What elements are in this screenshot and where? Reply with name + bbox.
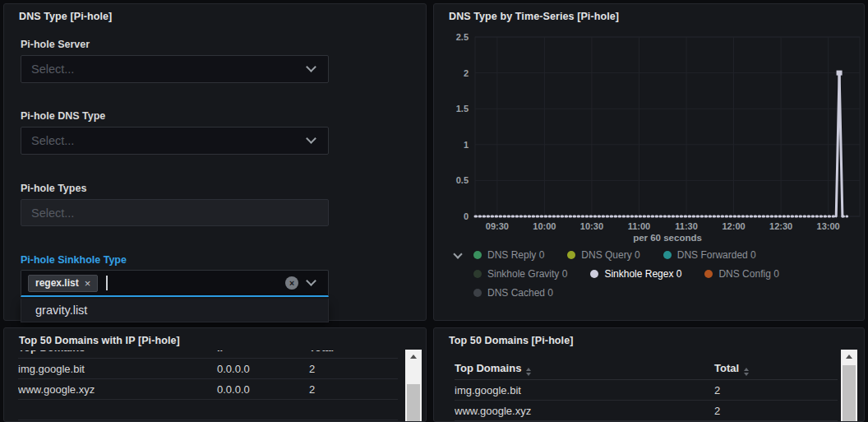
triangle-up-icon bbox=[846, 355, 852, 359]
legend-item[interactable]: DNS Cached 0 bbox=[473, 287, 553, 299]
legend-item[interactable]: Sinkhole Regex 0 bbox=[590, 268, 681, 280]
legend-series-label: Sinkhole Regex 0 bbox=[604, 268, 681, 280]
panel-title: Top 50 Domains [Pi-hole] bbox=[449, 335, 573, 346]
table-cell: www.google.xyz bbox=[18, 383, 217, 396]
timeseries-chart[interactable]: 00.511.522.509:3010:0010:3011:0011:3012:… bbox=[444, 29, 865, 244]
table-row: img.google.bit0.0.0.02 bbox=[18, 359, 398, 379]
panel-title: DNS Type [Pi-hole] bbox=[19, 11, 112, 22]
tag-remove-icon[interactable]: × bbox=[85, 277, 91, 290]
svg-text:10:00: 10:00 bbox=[533, 221, 556, 231]
svg-text:0.5: 0.5 bbox=[456, 175, 469, 185]
legend-item[interactable]: DNS Config 0 bbox=[704, 268, 778, 280]
pihole-dns-type-label: Pi-hole DNS Type bbox=[21, 110, 105, 122]
sort-icon[interactable] bbox=[744, 368, 749, 376]
panel-top-domains-ip: Top 50 Domains with IP [Pi-hole] Top Dom… bbox=[3, 327, 427, 422]
empty-row bbox=[18, 400, 398, 420]
pihole-types-input[interactable]: Select... bbox=[21, 199, 329, 226]
svg-text:13:00: 13:00 bbox=[817, 221, 840, 231]
table-header: Top Domains Total bbox=[455, 359, 838, 380]
pihole-sinkhole-multiselect[interactable]: regex.list × × bbox=[21, 270, 329, 297]
tag-label: regex.list bbox=[35, 277, 79, 289]
scroll-thumb[interactable] bbox=[843, 365, 856, 421]
svg-text:12:00: 12:00 bbox=[722, 221, 745, 231]
svg-text:11:00: 11:00 bbox=[628, 221, 651, 231]
svg-text:10:30: 10:30 bbox=[580, 221, 603, 231]
text-cursor bbox=[106, 276, 108, 290]
svg-text:12:30: 12:30 bbox=[769, 221, 792, 231]
scroll-up-button[interactable] bbox=[841, 350, 857, 364]
select-placeholder: Select... bbox=[31, 63, 74, 76]
chart-legend: DNS Reply 0DNS Query 0DNS Forwarded 0Sin… bbox=[473, 249, 843, 306]
legend-series-label: Sinkhole Gravity 0 bbox=[487, 268, 567, 280]
pihole-server-label: Pi-hole Server bbox=[21, 39, 90, 50]
legend-item[interactable]: DNS Query 0 bbox=[567, 249, 639, 261]
table-row: www.google.xyz0.0.0.02 bbox=[18, 379, 398, 400]
scrollbar-vertical[interactable] bbox=[405, 350, 422, 421]
column-header: IP bbox=[217, 350, 309, 354]
sort-icon[interactable] bbox=[526, 368, 531, 376]
pihole-server-select[interactable]: Select... bbox=[21, 55, 329, 83]
svg-text:1.5: 1.5 bbox=[456, 104, 469, 114]
table-cell: 2 bbox=[714, 405, 838, 417]
column-header-top-domains[interactable]: Top Domains bbox=[455, 362, 714, 376]
column-header-total[interactable]: Total bbox=[714, 362, 838, 376]
legend-item[interactable]: DNS Reply 0 bbox=[473, 249, 544, 261]
legend-series-dot-icon bbox=[473, 251, 482, 259]
legend-series-dot-icon bbox=[704, 270, 713, 278]
svg-text:2: 2 bbox=[464, 68, 469, 78]
sinkhole-dropdown-menu: gravity.list bbox=[21, 299, 329, 322]
select-placeholder: Select... bbox=[31, 134, 74, 147]
chevron-down-icon[interactable] bbox=[306, 62, 316, 72]
pihole-dns-type-select[interactable]: Select... bbox=[21, 127, 329, 155]
table-cell: 0.0.0.0 bbox=[217, 383, 309, 396]
table-body: img.google.bit2www.google.xyz2 bbox=[455, 380, 838, 421]
svg-text:0: 0 bbox=[464, 211, 469, 221]
table-cell: 2 bbox=[714, 384, 838, 396]
svg-text:per 60 seconds: per 60 seconds bbox=[633, 233, 702, 243]
panel-timeseries: DNS Type by Time-Series [Pi-hole] 00.511… bbox=[433, 3, 865, 321]
table-row: www.google.xyz2 bbox=[455, 401, 838, 421]
legend-series-dot-icon bbox=[473, 289, 482, 297]
legend-item[interactable]: DNS Forwarded 0 bbox=[663, 249, 756, 261]
selected-tag[interactable]: regex.list × bbox=[28, 275, 98, 292]
table-row: img.google.bit2 bbox=[455, 380, 838, 401]
chevron-down-icon[interactable] bbox=[306, 133, 316, 144]
table-cell: www.google.xyz bbox=[455, 405, 714, 417]
legend-series-dot-icon bbox=[590, 270, 598, 278]
panel-dns-type: DNS Type [Pi-hole] Pi-hole Server Select… bbox=[3, 3, 427, 321]
svg-text:09:30: 09:30 bbox=[486, 221, 509, 231]
column-header: Total bbox=[309, 350, 398, 354]
pihole-types-label: Pi-hole Types bbox=[21, 183, 86, 194]
chevron-down-icon[interactable] bbox=[306, 276, 316, 286]
svg-text:11:30: 11:30 bbox=[675, 221, 698, 231]
legend-item[interactable]: Sinkhole Gravity 0 bbox=[473, 268, 567, 280]
scroll-thumb[interactable] bbox=[407, 384, 420, 421]
legend-series-dot-icon bbox=[473, 270, 482, 278]
pihole-sinkhole-type-label: Pi-hole Sinkhole Type bbox=[21, 254, 127, 266]
table-cell: 2 bbox=[309, 363, 398, 375]
column-header: Top Domains bbox=[18, 350, 217, 354]
triangle-up-icon bbox=[410, 355, 417, 359]
table-header-clipped: Top Domains IP Total bbox=[18, 350, 398, 358]
legend-series-dot-icon bbox=[663, 251, 672, 259]
legend-series-label: DNS Query 0 bbox=[581, 249, 639, 261]
table-body: img.google.bit0.0.0.02www.google.xyz0.0.… bbox=[18, 359, 398, 400]
table-cell: 2 bbox=[309, 383, 398, 396]
panel-title: Top 50 Domains with IP [Pi-hole] bbox=[19, 335, 180, 346]
select-placeholder: Select... bbox=[31, 206, 74, 220]
legend-series-label: DNS Reply 0 bbox=[487, 249, 544, 261]
scrollbar-vertical[interactable] bbox=[841, 350, 857, 421]
svg-text:1: 1 bbox=[464, 140, 469, 150]
dropdown-option-gravity-list[interactable]: gravity.list bbox=[21, 299, 328, 322]
clear-all-icon[interactable]: × bbox=[285, 276, 298, 290]
legend-series-label: DNS Config 0 bbox=[718, 268, 778, 280]
scroll-up-button[interactable] bbox=[405, 350, 422, 364]
svg-text:2.5: 2.5 bbox=[456, 32, 469, 42]
legend-series-label: DNS Forwarded 0 bbox=[677, 249, 756, 261]
legend-collapse-icon[interactable] bbox=[453, 249, 462, 258]
table-cell: 0.0.0.0 bbox=[217, 363, 309, 375]
panel-top-domains: Top 50 Domains [Pi-hole] Top Domains Tot… bbox=[433, 327, 865, 422]
table-cell: img.google.bit bbox=[455, 384, 714, 396]
table-cell: img.google.bit bbox=[18, 363, 217, 375]
legend-series-dot-icon bbox=[567, 251, 575, 259]
